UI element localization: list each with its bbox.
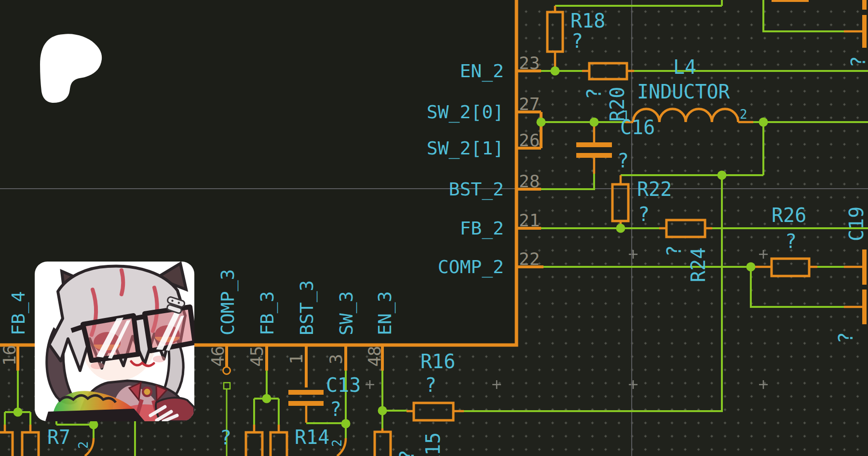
pin-label-SW_2-1: SW_2[1] bbox=[427, 138, 504, 159]
val-L4: INDUCTOR bbox=[637, 81, 731, 103]
ref-L4: L4 bbox=[673, 56, 696, 78]
val-R24: ? bbox=[663, 245, 685, 257]
pin-number-21: 21 bbox=[519, 210, 540, 230]
val-R18: ? bbox=[571, 30, 583, 52]
capacitor-bottom-right bbox=[862, 290, 867, 324]
pin-number-45: 45 bbox=[247, 346, 267, 367]
pin-label-BST_2: BST_2 bbox=[449, 179, 504, 200]
ref-R18: R18 bbox=[570, 10, 605, 32]
pin-number-26: 26 bbox=[519, 130, 540, 150]
pin-label-EN_3: EN_3 bbox=[374, 291, 396, 335]
ref-R26: R26 bbox=[772, 204, 806, 226]
ref-R22: R22 bbox=[637, 178, 672, 200]
pin-number-16: 16 bbox=[0, 345, 19, 366]
ref-R14: R14 bbox=[295, 426, 329, 448]
val-R22: ? bbox=[638, 203, 650, 225]
pin-number-22: 22 bbox=[519, 249, 540, 269]
val-C13: ? bbox=[330, 398, 341, 420]
pin-number-3: 3 bbox=[326, 354, 346, 364]
L4-pin2: 2 bbox=[740, 107, 747, 122]
ref-R15: R15 bbox=[422, 432, 444, 456]
pin-label-FB_4: FB_4 bbox=[8, 291, 29, 335]
val-comp3-net: ? bbox=[220, 427, 231, 449]
ref-C13: C13 bbox=[326, 374, 361, 396]
schematic-drawing: EN_2 SW_2[0] SW_2[1] BST_2 FB_2 COMP_2 F… bbox=[0, 0, 868, 456]
val-R26: ? bbox=[785, 230, 797, 252]
capacitor-C19 bbox=[862, 249, 867, 285]
ref-C16: C16 bbox=[620, 116, 655, 138]
R14-pin2: 2 bbox=[330, 439, 344, 447]
catgirl-avatar[interactable] bbox=[35, 262, 195, 429]
ref-R24: R24 bbox=[687, 248, 709, 282]
pin-label-FB_3: FB_3 bbox=[257, 291, 278, 335]
val-C16: ? bbox=[617, 150, 629, 172]
val-top-right-cap: ? bbox=[847, 56, 868, 68]
pin-label-SW_3: SW_3 bbox=[336, 291, 357, 335]
pin-label-COMP_2: COMP_2 bbox=[438, 256, 504, 278]
pin-label-SW_2-0: SW_2[0] bbox=[427, 101, 504, 123]
val-R15: ? bbox=[396, 450, 418, 456]
pin-number-23: 23 bbox=[519, 53, 540, 73]
pin-label-BST_3: BST_3 bbox=[296, 280, 318, 335]
ref-R7: R7 bbox=[47, 426, 70, 448]
pin-number-28: 28 bbox=[519, 171, 540, 191]
pin-label-FB_2: FB_2 bbox=[460, 218, 504, 239]
pin-number-46: 46 bbox=[208, 346, 228, 367]
R7-pin2: 2 bbox=[76, 441, 91, 449]
val-R16: ? bbox=[425, 374, 436, 396]
pin-number-48: 48 bbox=[365, 346, 384, 367]
schematic-canvas[interactable]: EN_2 SW_2[0] SW_2[1] BST_2 FB_2 COMP_2 F… bbox=[0, 0, 868, 456]
ref-R16: R16 bbox=[420, 350, 455, 373]
pin-label-EN_2: EN_2 bbox=[460, 60, 504, 82]
pin-number-1: 1 bbox=[286, 354, 306, 364]
ref-C19: C19 bbox=[845, 207, 868, 241]
val-C19: ? bbox=[835, 332, 857, 344]
val-R20: ? bbox=[583, 88, 605, 99]
pin-label-COMP_3: COMP_3 bbox=[217, 269, 239, 335]
pin-number-27: 27 bbox=[519, 94, 540, 114]
